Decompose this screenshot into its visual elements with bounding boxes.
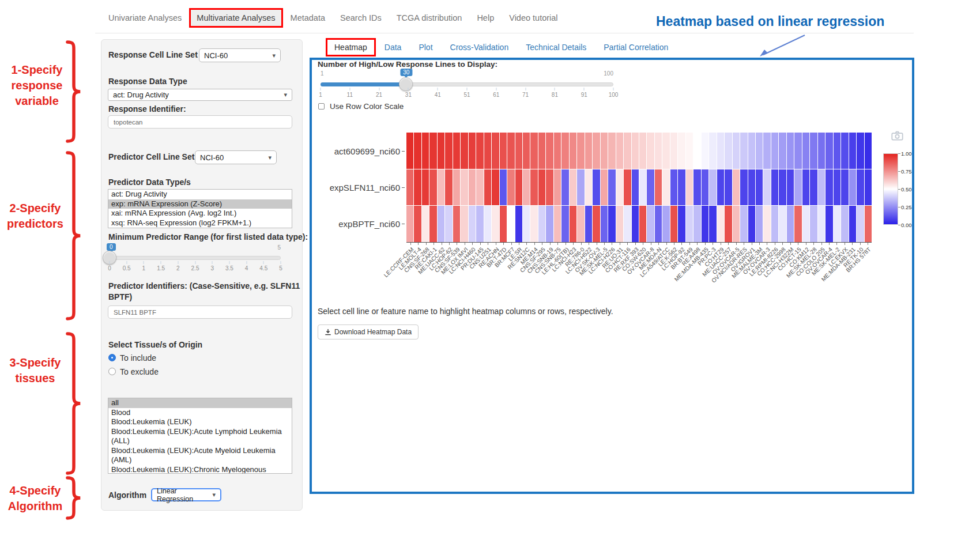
- heatmap-cell[interactable]: [818, 169, 825, 206]
- nav-item[interactable]: TCGA distribution: [389, 8, 470, 28]
- heatmap-cell[interactable]: [702, 169, 708, 206]
- listbox-option[interactable]: exp: mRNA Expression (Z-Score): [108, 199, 292, 209]
- heatmap-cell[interactable]: [826, 169, 832, 206]
- heatmap-cell[interactable]: [484, 169, 491, 206]
- heatmap-cell[interactable]: [771, 169, 778, 206]
- heatmap-cell[interactable]: [733, 133, 740, 169]
- heatmap-cell[interactable]: [655, 206, 662, 242]
- heatmap-cell[interactable]: [740, 133, 747, 169]
- heatmap-cell[interactable]: [865, 169, 872, 206]
- heatmap-cell[interactable]: [624, 133, 631, 169]
- tissue-exclude-label[interactable]: To exclude: [120, 367, 159, 376]
- heatmap-cell[interactable]: [632, 206, 639, 242]
- heatmap-cell[interactable]: [538, 169, 545, 206]
- heatmap-cell[interactable]: [639, 206, 646, 242]
- heatmap-cell[interactable]: [608, 206, 615, 242]
- tab-technical-details[interactable]: Technical Details: [517, 38, 595, 56]
- response-identifier-input[interactable]: [108, 115, 292, 129]
- heatmap-cell[interactable]: [507, 206, 514, 242]
- heatmap-cell[interactable]: [693, 206, 700, 242]
- heatmap-cell[interactable]: [538, 206, 545, 242]
- row-color-scale-checkbox[interactable]: [318, 103, 325, 110]
- heatmap-cell[interactable]: [608, 169, 615, 206]
- algorithm-select[interactable]: Linear Regression: [151, 488, 221, 501]
- heatmap-cell[interactable]: [500, 206, 507, 242]
- heatmap-cell[interactable]: [476, 206, 483, 242]
- listbox-option[interactable]: Blood: [108, 408, 292, 418]
- heatmap-cell[interactable]: [810, 169, 817, 206]
- heatmap-cell[interactable]: [740, 169, 747, 206]
- heatmap-cell[interactable]: [756, 133, 763, 169]
- heatmap[interactable]: [406, 133, 872, 242]
- nav-item[interactable]: Metadata: [283, 8, 333, 28]
- heatmap-cell[interactable]: [438, 169, 444, 206]
- heatmap-cell[interactable]: [445, 206, 452, 242]
- listbox-option[interactable]: Blood:Leukemia (LEUK):Acute Myeloid Leuk…: [108, 446, 292, 465]
- heatmap-cell[interactable]: [841, 133, 848, 169]
- heatmap-cell[interactable]: [546, 169, 553, 206]
- heatmap-cell[interactable]: [593, 169, 600, 206]
- heatmap-cell[interactable]: [686, 206, 693, 242]
- heatmap-cell[interactable]: [476, 133, 483, 169]
- heatmap-cell[interactable]: [577, 169, 584, 206]
- response-lines-slider[interactable]: 1 100 30 1112131415161718191100: [321, 68, 613, 98]
- heatmap-cell[interactable]: [802, 133, 809, 169]
- heatmap-cell[interactable]: [422, 206, 429, 242]
- heatmap-cell[interactable]: [624, 169, 631, 206]
- slider-handle[interactable]: [399, 77, 413, 91]
- heatmap-cell[interactable]: [632, 133, 639, 169]
- heatmap-cell[interactable]: [662, 133, 669, 169]
- heatmap-cell[interactable]: [748, 133, 755, 169]
- heatmap-cell[interactable]: [616, 133, 623, 169]
- heatmap-cell[interactable]: [709, 206, 716, 242]
- heatmap-cell[interactable]: [406, 206, 413, 242]
- heatmap-cell[interactable]: [810, 133, 817, 169]
- heatmap-cell[interactable]: [422, 169, 429, 206]
- heatmap-cell[interactable]: [763, 206, 770, 242]
- heatmap-cell[interactable]: [515, 206, 522, 242]
- heatmap-cell[interactable]: [453, 206, 460, 242]
- heatmap-cell[interactable]: [771, 206, 778, 242]
- heatmap-row-label[interactable]: expSLFN11_nci60: [330, 182, 400, 192]
- heatmap-cell[interactable]: [717, 133, 724, 169]
- heatmap-cell[interactable]: [577, 206, 584, 242]
- tissue-include-label[interactable]: To include: [120, 353, 156, 363]
- heatmap-cell[interactable]: [445, 133, 452, 169]
- tissue-include-radio[interactable]: [108, 354, 116, 361]
- heatmap-cell[interactable]: [849, 169, 856, 206]
- heatmap-row-label[interactable]: expBPTF_nci60: [338, 219, 400, 229]
- heatmap-cell[interactable]: [414, 206, 421, 242]
- camera-icon[interactable]: [891, 131, 903, 141]
- heatmap-cell[interactable]: [601, 169, 608, 206]
- heatmap-cell[interactable]: [469, 206, 476, 242]
- heatmap-cell[interactable]: [779, 206, 786, 242]
- listbox-option[interactable]: xsq: RNA-seq Expression (log2 FPKM+1.): [108, 218, 292, 228]
- heatmap-cell[interactable]: [601, 133, 608, 169]
- heatmap-cell[interactable]: [826, 133, 832, 169]
- heatmap-cell[interactable]: [787, 133, 794, 169]
- heatmap-cell[interactable]: [709, 169, 716, 206]
- listbox-option[interactable]: xai: mRNA Expression (Avg. log2 Int.): [108, 209, 292, 218]
- heatmap-cell[interactable]: [554, 206, 561, 242]
- tab-cross-validation[interactable]: Cross-Validation: [442, 38, 518, 56]
- heatmap-cell[interactable]: [857, 133, 864, 169]
- heatmap-cell[interactable]: [787, 169, 794, 206]
- heatmap-cell[interactable]: [678, 133, 685, 169]
- heatmap-cell[interactable]: [787, 206, 794, 242]
- heatmap-cell[interactable]: [632, 169, 639, 206]
- heatmap-cell[interactable]: [647, 133, 654, 169]
- min-predictor-range-slider[interactable]: 0 5 00.511.522.533.544.55: [110, 243, 281, 270]
- heatmap-cell[interactable]: [686, 133, 693, 169]
- heatmap-cell[interactable]: [702, 206, 708, 242]
- heatmap-cell[interactable]: [546, 206, 553, 242]
- heatmap-cell[interactable]: [748, 169, 755, 206]
- heatmap-cell[interactable]: [841, 206, 848, 242]
- heatmap-cell[interactable]: [818, 206, 825, 242]
- tissue-listbox[interactable]: allBloodBlood:Leukemia (LEUK)Blood:Leuke…: [108, 398, 292, 474]
- slider-track[interactable]: [110, 256, 281, 260]
- heatmap-cell[interactable]: [794, 133, 801, 169]
- heatmap-cell[interactable]: [802, 206, 809, 242]
- heatmap-cell[interactable]: [794, 206, 801, 242]
- heatmap-cell[interactable]: [406, 169, 413, 206]
- heatmap-cell[interactable]: [429, 206, 436, 242]
